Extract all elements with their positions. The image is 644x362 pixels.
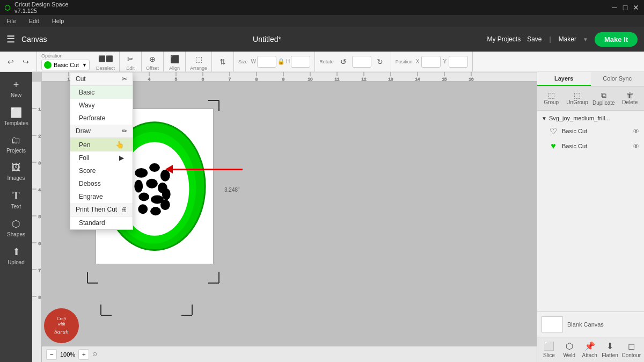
sidebar-item-shapes[interactable]: ⬡ Shapes <box>2 215 30 241</box>
height-input[interactable] <box>291 56 310 68</box>
layer-item-1[interactable]: ♡ Basic Cut 👁 <box>537 124 644 139</box>
svg-point-66 <box>149 163 160 172</box>
menu-file[interactable]: File <box>4 17 18 25</box>
header: ☰ Canvas Untitled* My Projects Save | Ma… <box>0 27 644 52</box>
rotate-input[interactable] <box>352 56 371 68</box>
close-button[interactable]: ✕ <box>632 4 640 11</box>
flip-section: ⇅ <box>216 52 234 71</box>
layers-panel: ▼ Svg_joy_medium_frill... ♡ Basic Cut 👁 … <box>537 111 644 312</box>
sidebar-templates-label: Templates <box>4 120 28 126</box>
operation-section: Operation Basic Cut ▼ <box>41 53 90 70</box>
layer-item-2[interactable]: ♥ Basic Cut 👁 <box>537 139 644 154</box>
save-button[interactable]: Save <box>527 35 541 43</box>
flip-button[interactable]: ⇅ <box>216 55 229 68</box>
sidebar-item-new[interactable]: + New <box>2 76 30 102</box>
sidebar-item-text[interactable]: T Text <box>2 186 30 213</box>
attach-label: Attach <box>582 352 597 358</box>
slice-icon: ⬜ <box>544 341 554 351</box>
redo-button[interactable]: ↪ <box>19 55 32 68</box>
svg-text:7: 7 <box>39 268 41 273</box>
zoom-fit-icon[interactable]: ⊙ <box>92 351 97 358</box>
svg-text:8: 8 <box>255 77 258 82</box>
operation-select[interactable]: Basic Cut ▼ <box>41 60 90 70</box>
sidebar-item-images[interactable]: 🖼 Images <box>2 159 30 184</box>
cursor-icon: 👆 <box>115 141 124 149</box>
tab-color-sync[interactable]: Color Sync <box>591 72 645 86</box>
sidebar-item-upload[interactable]: ⬆ Upload <box>2 243 30 269</box>
lock-icon[interactable]: 🔒 <box>277 58 285 65</box>
op-deboss-draw-label: Deboss <box>79 180 101 187</box>
weld-label: Weld <box>563 352 575 358</box>
op-wavy-cut[interactable]: Wavy <box>70 99 133 112</box>
y-input[interactable] <box>449 56 468 68</box>
make-it-button[interactable]: Make It <box>595 32 638 47</box>
tab-layers[interactable]: Layers <box>537 72 591 86</box>
x-input[interactable] <box>421 56 441 68</box>
op-perforate-cut[interactable]: Perforate <box>70 112 133 125</box>
weld-icon: ⬡ <box>566 341 573 351</box>
offset-button[interactable]: ⊕ <box>146 53 159 66</box>
flatten-button[interactable]: ⬇ Flatten <box>601 339 620 360</box>
collapse-chevron-icon: ▼ <box>541 115 547 121</box>
upload-icon: ⬆ <box>12 246 20 258</box>
svg-point-68 <box>134 180 143 193</box>
op-engrave-draw[interactable]: Engrave <box>70 190 133 203</box>
text-icon: T <box>12 190 19 202</box>
arrange-label: Arrange <box>190 66 207 71</box>
align-section: ⬛ Align <box>168 52 186 71</box>
menu-help[interactable]: Help <box>50 17 67 25</box>
contour-button[interactable]: ◻ Contour <box>620 339 642 360</box>
op-basic-cut[interactable]: Basic <box>70 86 133 99</box>
offset-container: ⊕ Offset <box>146 53 159 71</box>
layer-2-visibility-button[interactable]: 👁 <box>633 142 640 150</box>
align-button[interactable]: ⬛ <box>168 53 181 66</box>
deselect-label: Deselect <box>96 66 115 71</box>
maximize-button[interactable]: □ <box>621 4 629 11</box>
minimize-button[interactable]: ─ <box>611 4 618 11</box>
sidebar-images-label: Images <box>8 175 25 181</box>
rotate-cw-button[interactable]: ↻ <box>374 55 386 68</box>
op-pen-draw[interactable]: Pen 👆 <box>70 138 133 151</box>
op-standard-ptc[interactable]: Standard <box>70 216 133 229</box>
app-title: Cricut Design Space v7.1.125 <box>14 1 78 14</box>
hamburger-menu-button[interactable]: ☰ <box>6 33 15 45</box>
delete-button[interactable]: 🗑 Delete <box>618 89 642 108</box>
titlebar-controls: ─ □ ✕ <box>611 4 640 11</box>
group-button[interactable]: ⬚ Group <box>539 89 563 108</box>
ungroup-button[interactable]: ⬚ UnGroup <box>565 89 589 108</box>
rotate-ccw-button[interactable]: ↺ <box>337 55 350 68</box>
arrange-button[interactable]: ⬚ <box>192 53 205 66</box>
attach-button[interactable]: 📌 Attach <box>580 339 599 360</box>
images-icon: 🖼 <box>11 162 21 173</box>
width-input[interactable] <box>257 56 276 68</box>
op-deboss-draw[interactable]: Deboss <box>70 177 133 190</box>
svg-text:10: 10 <box>308 77 313 82</box>
sidebar-item-templates[interactable]: ⬜ Templates <box>2 104 30 129</box>
maker-selector[interactable]: Maker <box>559 35 576 43</box>
cut-label: Cut <box>76 75 86 83</box>
layer-1-visibility-button[interactable]: 👁 <box>633 127 640 135</box>
weld-button[interactable]: ⬡ Weld <box>560 339 579 360</box>
deselect-button[interactable]: ⬛⬛ <box>99 53 112 66</box>
undo-button[interactable]: ↩ <box>4 55 17 68</box>
zoom-out-button[interactable]: − <box>46 349 57 360</box>
op-score-draw[interactable]: Score <box>70 164 133 177</box>
slice-button[interactable]: ⬜ Slice <box>539 339 559 360</box>
svg-text:4: 4 <box>148 77 151 82</box>
divider: | <box>550 35 551 43</box>
duplicate-label: Duplicate <box>592 100 615 106</box>
zoom-in-button[interactable]: + <box>78 349 89 360</box>
menu-edit[interactable]: Edit <box>27 17 41 25</box>
my-projects-button[interactable]: My Projects <box>487 35 521 43</box>
sidebar-item-projects[interactable]: 🗂 Projects <box>2 132 30 157</box>
titlebar-left: ⬡ Cricut Design Space v7.1.125 <box>4 1 78 14</box>
duplicate-button[interactable]: ⧉ Duplicate <box>591 89 616 108</box>
layer-group-header[interactable]: ▼ Svg_joy_medium_frill... <box>537 113 644 124</box>
op-foil-draw[interactable]: Foil ▶ <box>70 151 133 164</box>
canvas-label: Canvas <box>21 35 47 44</box>
svg-text:6: 6 <box>39 241 41 246</box>
edit-button[interactable]: ✂ <box>124 53 137 66</box>
size-section: Size W 🔒 H <box>238 52 315 71</box>
svg-point-65 <box>135 168 148 178</box>
pen-tool-arrow <box>165 165 243 173</box>
